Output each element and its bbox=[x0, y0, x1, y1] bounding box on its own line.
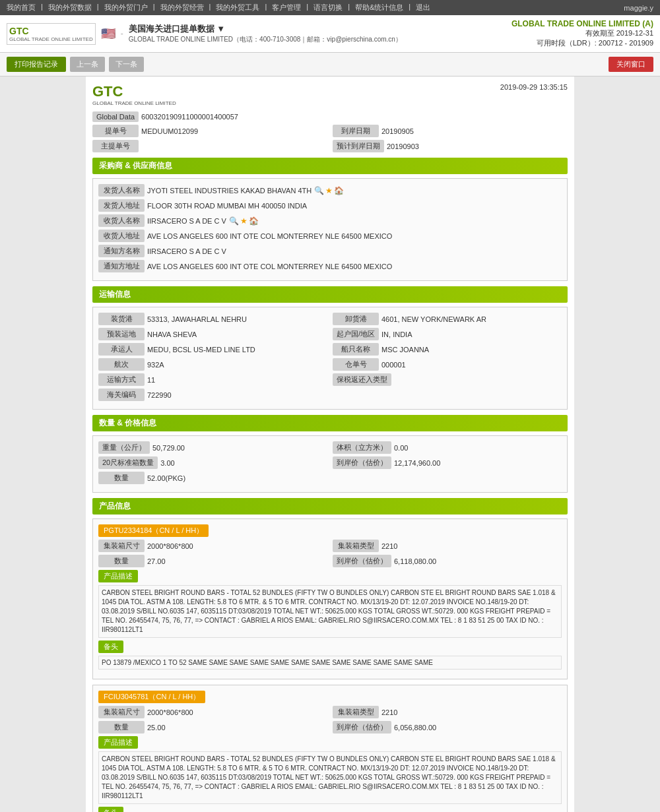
container-size-label-0: 集装箱尺寸 bbox=[98, 540, 145, 552]
nav-tools[interactable]: 我的外贸工具 bbox=[216, 3, 259, 13]
nav-trade-data[interactable]: 我的外贸数据 bbox=[48, 3, 92, 13]
container-qty-group-0: 数量 27.00 bbox=[98, 555, 327, 567]
consignee-home-icon[interactable]: 🏠 bbox=[249, 216, 259, 226]
nav-home[interactable]: 我的首页 bbox=[7, 3, 36, 13]
voyage-value: 932A bbox=[147, 361, 164, 369]
arrival-price-value: 12,174,960.00 bbox=[394, 459, 440, 467]
notify-name-row: 通知方名称 IIRSACERO S A DE C V bbox=[98, 245, 562, 257]
vessel-value: MSC JOANNA bbox=[381, 346, 429, 354]
close-button[interactable]: 关闭窗口 bbox=[609, 57, 653, 72]
warehouse-group: 仓单号 000001 bbox=[333, 358, 562, 371]
container-20-label: 20尺标准箱数量 bbox=[98, 456, 158, 469]
shipper-star-icon[interactable]: ★ bbox=[325, 186, 333, 195]
nav-user: maggie.y bbox=[624, 4, 653, 12]
weight-volume-row: 重量（公斤） 50,729.00 体积（立方米） 0.00 bbox=[98, 441, 562, 454]
unloading-port-group: 卸货港 4601, NEW YORK/NEWARK AR bbox=[333, 313, 562, 325]
est-arrival-value: 20190903 bbox=[387, 142, 419, 150]
container-qty-value-0: 27.00 bbox=[147, 557, 166, 565]
consignee-star-icon[interactable]: ★ bbox=[240, 216, 248, 226]
buyer-supplier-section: 发货人名称 JYOTI STEEL INDUSTRIES KAKAD BHAVA… bbox=[92, 178, 568, 281]
contact-info: GLOBAL TRADE ONLINE LIMITED（电话：400-710-3… bbox=[129, 35, 402, 44]
product-remark-label-0: 备头 bbox=[98, 640, 123, 653]
sea-code-label: 海关编码 bbox=[98, 389, 145, 401]
unloading-port-value: 4601, NEW YORK/NEWARK AR bbox=[381, 315, 486, 323]
product-remark-text-0: PO 13879 /MEXICO 1 TO 52 SAME SAME SAME … bbox=[98, 656, 562, 670]
voyage-warehouse-row: 航次 932A 仓单号 000001 bbox=[98, 358, 562, 371]
header-bar: GTC GLOBAL TRADE ONLINE LIMITED 🇺🇸 - 美国海… bbox=[0, 15, 660, 53]
print-button[interactable]: 打印报告记录 bbox=[7, 57, 66, 72]
container-qty-label-0: 数量 bbox=[98, 555, 145, 567]
nav-sep: | bbox=[41, 3, 43, 13]
transport-value: 11 bbox=[147, 376, 155, 384]
nav-sep4: | bbox=[209, 3, 211, 13]
sea-code-row: 海关编码 722990 bbox=[98, 389, 562, 401]
transport-label: 运输方式 bbox=[98, 373, 145, 386]
nav-customer[interactable]: 客户管理 bbox=[272, 3, 301, 13]
pre-ship-value: NHAVA SHEVA bbox=[147, 330, 197, 338]
container-size-group-0: 集装箱尺寸 2000*806*800 bbox=[98, 540, 327, 552]
desc-label-0: 产品描述 bbox=[98, 570, 562, 585]
header-left: GTC GLOBAL TRADE ONLINE LIMITED 🇺🇸 - 美国海… bbox=[7, 23, 402, 45]
container-no-row-1: FCIU3045781（CN / L / HH） bbox=[98, 691, 562, 703]
est-arrival-group: 预计到岸日期 20190903 bbox=[333, 140, 568, 152]
transport-group: 运输方式 11 bbox=[98, 373, 327, 386]
container-price-row: 20尺标准箱数量 3.00 到岸价（估价） 12,174,960.00 bbox=[98, 456, 562, 469]
container-qty-value-1: 25.00 bbox=[147, 724, 166, 732]
nav-logout[interactable]: 退出 bbox=[416, 3, 430, 13]
nav-portal[interactable]: 我的外贸门户 bbox=[104, 3, 148, 13]
qty-price-section: 重量（公斤） 50,729.00 体积（立方米） 0.00 20尺标准箱数量 3… bbox=[92, 435, 568, 493]
vessel-group: 船只名称 MSC JOANNA bbox=[333, 343, 562, 356]
weight-label: 重量（公斤） bbox=[98, 441, 150, 454]
consignee-search-icon[interactable]: 🔍 bbox=[229, 216, 239, 226]
origin-group: 起户国/地区 IN, INDIA bbox=[333, 328, 562, 340]
prev-button[interactable]: 上一条 bbox=[70, 57, 105, 72]
ldr-info: 可用时段（LDR）: 200712 - 201909 bbox=[512, 38, 653, 48]
consignee-addr-label: 收货人地址 bbox=[98, 230, 145, 242]
container-20-value: 3.00 bbox=[160, 459, 174, 467]
nav-help[interactable]: 帮助&统计信息 bbox=[355, 3, 403, 13]
carrier-value: MEDU, BCSL US-MED LINE LTD bbox=[147, 346, 255, 354]
next-button[interactable]: 下一条 bbox=[109, 57, 144, 72]
notify-addr-row: 通知方地址 AVE LOS ANGELES 600 INT OTE COL MO… bbox=[98, 260, 562, 272]
container-qty-price-row-0: 数量 27.00 到岸价（估价） 6,118,080.00 bbox=[98, 555, 562, 567]
nav-language[interactable]: 语言切换 bbox=[314, 3, 343, 13]
product-remark-label-1: 备头 bbox=[98, 807, 123, 812]
container-price-group-0: 到岸价（估价） 6,118,080.00 bbox=[333, 555, 562, 567]
container-type-group-1: 集装箱类型 2210 bbox=[333, 706, 562, 718]
product-desc-text-1: CARBON STEEL BRIGHT ROUND BARS - TOTAL 5… bbox=[98, 751, 562, 804]
container-no-row-0: PGTU2334184（CN / L / HH） bbox=[98, 524, 562, 537]
container-size-value-1: 2000*806*800 bbox=[147, 708, 193, 716]
nav-links: 我的首页 | 我的外贸数据 | 我的外贸门户 | 我的外贸经营 | 我的外贸工具… bbox=[7, 3, 430, 13]
container-price-label-1: 到岸价（估价） bbox=[333, 721, 391, 734]
container-size-type-row-0: 集装箱尺寸 2000*806*800 集装箱类型 2210 bbox=[98, 540, 562, 552]
quantity-value: 52.00(PKG) bbox=[147, 474, 185, 482]
warehouse-label: 仓单号 bbox=[333, 358, 379, 371]
transport-customs-row: 运输方式 11 保税返还入类型 bbox=[98, 373, 562, 386]
volume-value: 0.00 bbox=[394, 444, 408, 452]
container-size-group-1: 集装箱尺寸 2000*806*800 bbox=[98, 706, 327, 718]
arrival-date-label: 到岸日期 bbox=[333, 125, 379, 137]
container-price-group-1: 到岸价（估价） 6,056,880.00 bbox=[333, 721, 562, 734]
shipper-name-row: 发货人名称 JYOTI STEEL INDUSTRIES KAKAD BHAVA… bbox=[98, 184, 562, 197]
shipper-name-label: 发货人名称 bbox=[98, 184, 145, 197]
voyage-group: 航次 932A bbox=[98, 358, 327, 371]
container-type-label-0: 集装箱类型 bbox=[333, 540, 379, 552]
quantity-label: 数量 bbox=[98, 472, 145, 484]
shipper-search-icon[interactable]: 🔍 bbox=[314, 186, 324, 195]
record-logo-sub: GLOBAL TRADE ONLINE LIMITED bbox=[92, 100, 176, 106]
global-data-row: Global Data 600320190911000001400057 bbox=[92, 111, 568, 122]
arrival-price-group: 到岸价（估价） 12,174,960.00 bbox=[333, 456, 562, 469]
notify-addr-value: AVE LOS ANGELES 600 INT OTE COL MONTERRE… bbox=[147, 263, 392, 270]
nav-sep5: | bbox=[265, 3, 267, 13]
nav-operation[interactable]: 我的外贸经营 bbox=[160, 3, 204, 13]
pre-ship-label: 预装运地 bbox=[98, 328, 145, 340]
quantity-row: 数量 52.00(PKG) bbox=[98, 472, 562, 484]
volume-group: 体积（立方米） 0.00 bbox=[333, 441, 562, 454]
shipper-addr-label: 发货人地址 bbox=[98, 199, 145, 212]
nav-sep7: | bbox=[348, 3, 350, 13]
container-price-value-1: 6,056,880.00 bbox=[394, 724, 436, 732]
logo-text: GTC bbox=[9, 26, 93, 36]
shipper-name-value: JYOTI STEEL INDUSTRIES KAKAD BHAVAN 4TH bbox=[147, 187, 312, 195]
unloading-port-label: 卸货港 bbox=[333, 313, 379, 325]
shipper-home-icon[interactable]: 🏠 bbox=[334, 186, 344, 195]
